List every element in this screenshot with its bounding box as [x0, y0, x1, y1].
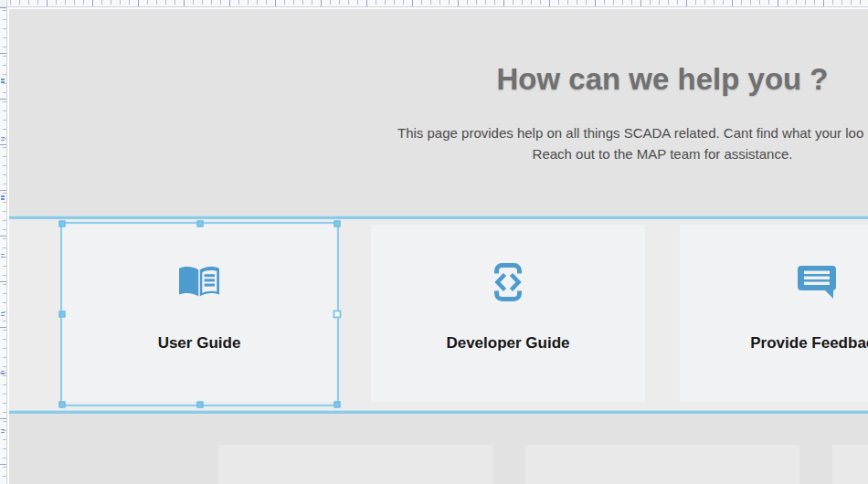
ruler-label-mark	[1, 195, 5, 201]
card-label: Developer Guide	[446, 334, 569, 352]
page-subtitle-line2: Reach out to the MAP team for assistance…	[9, 146, 868, 162]
ruler-label-mark	[1, 371, 5, 376]
ruler-label-mark	[1, 312, 5, 318]
selection-handle-bottom-right[interactable]	[334, 402, 341, 408]
ruler-label-mark	[1, 137, 5, 142]
design-canvas: How can we help you ? This page provides…	[0, 0, 868, 484]
comment-lines-icon	[798, 263, 836, 301]
page-subtitle-line1: This page provides help on all things SC…	[397, 125, 863, 141]
card-provide-feedback[interactable]: Provide Feedback	[680, 225, 868, 402]
selection-handle-middle-right[interactable]	[333, 310, 342, 319]
card-placeholder[interactable]	[832, 445, 868, 484]
hero-section: How can we help you ? This page provides…	[9, 9, 868, 216]
ruler-label-mark	[1, 79, 5, 84]
page-stage: How can we help you ? This page provides…	[9, 9, 868, 484]
card-label: Provide Feedback	[750, 334, 868, 352]
mobile-code-icon	[494, 263, 522, 301]
vertical-ruler	[0, 7, 7, 484]
selection-handle-top-left[interactable]	[59, 221, 66, 227]
card-placeholder[interactable]	[525, 445, 799, 484]
selection-handle-bottom-left[interactable]	[59, 402, 66, 408]
selection-handle-top-center[interactable]	[196, 221, 203, 227]
card-label: User Guide	[158, 334, 241, 352]
selection-handle-top-right[interactable]	[334, 221, 341, 227]
ruler-label-mark	[1, 254, 5, 259]
selection-handle-middle-left[interactable]	[59, 311, 66, 318]
card-developer-guide[interactable]: Developer Guide	[371, 225, 645, 402]
horizontal-ruler	[7, 0, 868, 7]
ruler-label-mark	[1, 429, 5, 435]
card-user-guide[interactable]: User Guide	[62, 225, 336, 402]
open-book-icon	[177, 263, 221, 301]
card-placeholder[interactable]	[218, 445, 492, 484]
selection-handle-bottom-center[interactable]	[196, 402, 203, 408]
ruler-corner	[0, 0, 7, 7]
page-title: How can we help you ?	[9, 62, 868, 97]
